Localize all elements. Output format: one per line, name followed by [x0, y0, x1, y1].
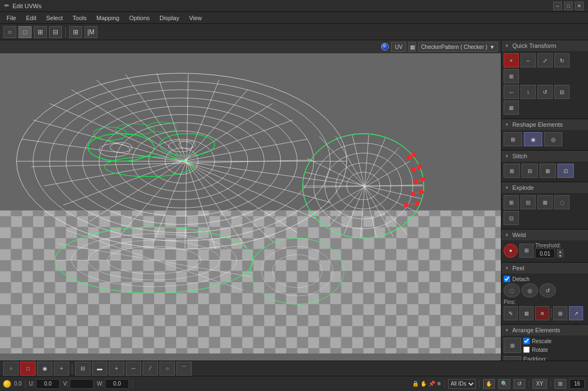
menu-select[interactable]: Select	[42, 14, 68, 22]
grid-num[interactable]	[569, 379, 585, 389]
qt-snap-btn[interactable]: ⊠	[504, 101, 519, 115]
status-sep4	[479, 380, 480, 388]
tool-box-dot[interactable]: ⊞	[34, 26, 47, 38]
weld-action-btn[interactable]: ⊞	[519, 244, 534, 258]
qt-rotate-btn[interactable]: ↻	[554, 53, 569, 67]
reshape-btn1[interactable]: ⊞	[504, 132, 522, 146]
tool-move[interactable]: ⊟	[49, 26, 62, 38]
v-label: V:	[63, 379, 94, 389]
grid-settings-btn[interactable]: ⊞	[554, 379, 566, 389]
weld-row: ● ⊞ Threshold: ▲ ▼	[504, 243, 586, 258]
checker-btn[interactable]: ▦	[408, 42, 416, 52]
checker-dropdown[interactable]: CheckerPattern ( Checker ) ▼	[418, 42, 498, 52]
menu-options[interactable]: Options	[125, 14, 154, 22]
threshold-up[interactable]: ▲	[557, 249, 564, 253]
bt-edit[interactable]: □	[20, 362, 35, 376]
menu-mapping[interactable]: Mapping	[92, 14, 124, 22]
arrange-elements-header[interactable]: ▼ Arrange Elements	[501, 325, 588, 336]
statusbar: 0.0 U: V: W: 🔒 ✋ 📌 ❄ All IDs ✋ 🔍 ↺ XY ⊞	[0, 376, 588, 391]
bt-dashed[interactable]: ⊟	[75, 362, 90, 376]
pin-btn4[interactable]: ⊞	[553, 306, 567, 320]
detach-checkbox[interactable]	[504, 276, 510, 282]
status-sep5	[529, 380, 529, 388]
tool-circle[interactable]: ○	[3, 26, 16, 38]
titlebar-controls: – □ ✕	[553, 2, 584, 10]
menu-view[interactable]: View	[185, 14, 206, 22]
qt-align-btn[interactable]: ⊟	[554, 85, 569, 99]
peel-header[interactable]: ▼ Peel	[501, 263, 588, 274]
arrange-btn1[interactable]: ⊞	[504, 338, 521, 353]
viewport[interactable]: UV ▦ CheckerPattern ( Checker ) ▼	[0, 40, 501, 361]
svg-rect-0	[0, 40, 501, 210]
arrange-label: Arrange Elements	[512, 327, 560, 333]
qt-reset-btn[interactable]: +	[504, 53, 519, 67]
bt-cross[interactable]: +	[109, 362, 124, 376]
pin-btn3[interactable]: ✕	[535, 306, 549, 320]
stitch-header[interactable]: ▼ Stitch	[501, 151, 588, 162]
threshold-input[interactable]	[535, 249, 555, 258]
stitch-btn1[interactable]: ⊞	[504, 164, 520, 178]
menu-tools[interactable]: Tools	[68, 14, 91, 22]
explode-btn1[interactable]: ⊞	[504, 195, 519, 209]
explode-btn2[interactable]: ⊟	[520, 195, 536, 209]
reshape-btn2[interactable]: ◉	[524, 132, 542, 146]
tool-m[interactable]: ⊞	[69, 26, 82, 38]
stitch-btn2[interactable]: ⊟	[522, 164, 538, 178]
maximize-button[interactable]: □	[564, 2, 573, 10]
tool-box[interactable]: □	[19, 26, 32, 38]
w-input[interactable]	[105, 379, 129, 389]
bt-minus[interactable]: ─	[126, 362, 141, 376]
peel-btn1[interactable]: ◌	[504, 283, 520, 297]
threshold-down[interactable]: ▼	[557, 253, 564, 258]
arrange-btn2[interactable]: ⊡	[504, 356, 521, 361]
bt-thick[interactable]: ▬	[92, 362, 107, 376]
weld-target-btn[interactable]: ●	[504, 244, 518, 258]
quick-transform-header[interactable]: ▼ Quick Transform	[501, 40, 588, 51]
bt-line[interactable]: ∕	[143, 362, 158, 376]
qt-cycle-btn[interactable]: ↺	[537, 85, 553, 99]
w-text: W:	[97, 381, 103, 387]
tool-m2[interactable]: |M	[84, 26, 97, 38]
bt-circle[interactable]: ○	[160, 362, 175, 376]
bt-add[interactable]: +	[54, 362, 69, 376]
rotate-checkbox[interactable]	[523, 346, 530, 353]
bottom-toolbar: ○ □ ◉ + ⊟ ▬ + ─ ∕ ○ ⌒	[0, 361, 588, 376]
qt-flip-v-btn[interactable]: ↕	[520, 85, 536, 99]
xy-btn[interactable]: XY	[532, 379, 547, 389]
stitch-btn3[interactable]: ⊠	[540, 164, 556, 178]
menu-display[interactable]: Display	[155, 14, 183, 22]
stitch-btn4[interactable]: ⊡	[558, 164, 574, 178]
pin-btn5[interactable]: ↗	[569, 306, 583, 320]
explode-header[interactable]: ▼ Explode	[501, 182, 588, 193]
rotate-view-btn[interactable]: ↺	[513, 379, 525, 389]
explode-btn3[interactable]: ⊠	[537, 195, 553, 209]
menu-file[interactable]: File	[2, 14, 21, 22]
reshape-elements-header[interactable]: ▼ Reshape Elements	[501, 119, 588, 130]
svg-point-77	[412, 167, 416, 172]
qt-flip-h-btn[interactable]: ↔	[504, 85, 519, 99]
qt-scale-btn[interactable]: ⤢	[537, 53, 553, 67]
explode-btn4[interactable]: ◌	[554, 195, 569, 209]
uv-button[interactable]: UV	[391, 42, 406, 52]
bt-select[interactable]: ○	[3, 362, 19, 376]
rescale-checkbox[interactable]	[523, 338, 530, 344]
zoom-btn[interactable]: 🔍	[498, 379, 510, 389]
weld-header[interactable]: ▼ Weld	[501, 229, 588, 240]
qt-grid-btn[interactable]: ⊞	[504, 69, 519, 83]
menu-edit[interactable]: Edit	[22, 14, 41, 22]
hand-btn[interactable]: ✋	[483, 379, 495, 389]
all-ids-select[interactable]: All IDs	[448, 379, 476, 389]
explode-btn5[interactable]: ⊡	[504, 211, 519, 225]
qt-move-btn[interactable]: ↔	[520, 53, 536, 67]
bt-arc[interactable]: ⌒	[176, 362, 192, 376]
peel-btn2[interactable]: ◎	[522, 283, 538, 297]
v-input[interactable]	[70, 379, 94, 389]
u-input[interactable]	[36, 379, 60, 389]
peel-btn3[interactable]: ↺	[540, 283, 556, 297]
bt-face[interactable]: ◉	[37, 362, 52, 376]
pin-btn2[interactable]: ⊠	[519, 306, 534, 320]
reshape-btn3[interactable]: ◎	[544, 132, 562, 146]
close-button[interactable]: ✕	[575, 2, 584, 10]
minimize-button[interactable]: –	[553, 2, 562, 10]
pin-btn1[interactable]: ✎	[504, 306, 518, 320]
